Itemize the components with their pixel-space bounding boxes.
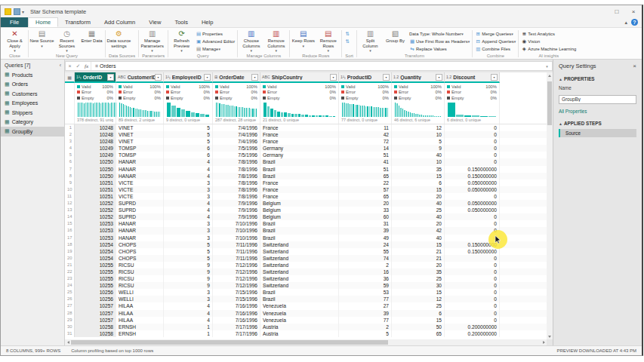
cell-orderdate[interactable]: 7/12/1996 bbox=[213, 268, 260, 275]
group-by-button[interactable]: ▧Group By bbox=[383, 29, 408, 44]
cell-quantity[interactable]: 15 bbox=[392, 241, 445, 248]
cell-productid[interactable]: 22 bbox=[339, 179, 392, 186]
fx-icon[interactable]: fx bbox=[82, 63, 91, 69]
cell-orderdate[interactable]: 7/16/1996 bbox=[213, 317, 260, 324]
row-number[interactable]: 20 bbox=[65, 255, 75, 262]
cell-orderid[interactable]: 10252 bbox=[75, 207, 116, 213]
sidebar-item-groupby[interactable]: ▦GroupBy bbox=[1, 127, 64, 137]
cell-discount[interactable]: 0.050000000 bbox=[445, 179, 500, 186]
row-number[interactable]: 29 bbox=[65, 317, 75, 324]
cell-employeeid[interactable]: 6 bbox=[164, 152, 213, 158]
cell-employeeid[interactable]: 3 bbox=[164, 179, 213, 186]
cell-quantity[interactable]: 15 bbox=[392, 173, 445, 179]
cell-discount[interactable]: 0 bbox=[445, 158, 500, 165]
cell-customerid[interactable]: RICSU bbox=[116, 275, 164, 282]
cell-customerid[interactable]: HANAR bbox=[116, 166, 164, 173]
row-number[interactable]: 31 bbox=[65, 330, 75, 337]
row-number[interactable]: 2 bbox=[65, 131, 75, 138]
cell-orderid[interactable]: 10253 bbox=[75, 235, 116, 241]
column-header-shipcountry[interactable]: ABCShipCountry▾ bbox=[260, 72, 339, 83]
sidebar-item-category[interactable]: ▦Category bbox=[1, 118, 64, 127]
cell-shipcountry[interactable]: Switzerland bbox=[260, 248, 339, 255]
cell-customerid[interactable]: CHOPS bbox=[116, 248, 164, 255]
cell-orderid[interactable]: 10249 bbox=[75, 152, 116, 158]
cell-discount[interactable]: 0 bbox=[445, 275, 500, 282]
cell-orderid[interactable]: 10255 bbox=[75, 262, 116, 268]
cell-orderdate[interactable]: 7/10/1996 bbox=[213, 220, 260, 227]
scroll-up-icon[interactable] bbox=[547, 72, 553, 78]
row-number[interactable]: 5 bbox=[65, 152, 75, 158]
cell-customerid[interactable]: VICTE bbox=[116, 186, 164, 193]
split-column-button[interactable]: ▥Split Column▾ bbox=[358, 29, 383, 53]
cell-orderid[interactable]: 10254 bbox=[75, 241, 116, 248]
cell-orderdate[interactable]: 7/4/1996 bbox=[213, 131, 260, 138]
filter-dropdown-icon[interactable]: ▾ bbox=[107, 74, 114, 81]
cell-productid[interactable]: 11 bbox=[339, 124, 392, 131]
azure-machine-learning-button[interactable]: ◈Azure Machine Learning bbox=[521, 45, 576, 52]
cell-quantity[interactable]: 20 bbox=[392, 220, 445, 227]
cell-orderid[interactable]: 10253 bbox=[75, 220, 116, 227]
formula-expand-icon[interactable]: ▾ bbox=[542, 64, 552, 69]
cell-orderdate[interactable]: 7/8/1996 bbox=[213, 179, 260, 186]
vision-button[interactable]: ◉Vision bbox=[521, 38, 576, 44]
help-icon[interactable]: ? bbox=[631, 19, 638, 26]
close-pane-icon[interactable]: × bbox=[633, 63, 636, 69]
cell-employeeid[interactable]: 5 bbox=[164, 248, 213, 255]
cell-customerid[interactable]: HILAA bbox=[116, 317, 164, 324]
cell-discount[interactable]: 0 bbox=[445, 193, 500, 200]
cell-quantity[interactable]: 12 bbox=[392, 124, 445, 131]
cell-shipcountry[interactable]: France bbox=[260, 186, 339, 193]
cell-shipcountry[interactable]: Brazil bbox=[260, 158, 339, 165]
data-source-settings-button[interactable]: ⚙Data source settings bbox=[106, 29, 131, 48]
cell-orderdate[interactable]: 7/11/1996 bbox=[213, 241, 260, 248]
cell-discount[interactable]: 0 bbox=[445, 124, 500, 131]
value-distribution-histogram[interactable] bbox=[263, 101, 336, 118]
cell-productid[interactable]: 39 bbox=[339, 227, 392, 234]
cell-shipcountry[interactable]: Venezuela bbox=[260, 302, 339, 309]
column-header-employeeid[interactable]: 1²₃EmployeeID▾ bbox=[164, 72, 213, 83]
cell-productid[interactable]: 24 bbox=[339, 241, 392, 248]
cell-customerid[interactable]: HILAA bbox=[116, 310, 164, 317]
cell-employeeid[interactable]: 4 bbox=[164, 207, 213, 213]
cell-customerid[interactable]: WELLI bbox=[116, 289, 164, 296]
tab-help[interactable]: Help bbox=[195, 17, 220, 27]
cell-discount[interactable]: 0.150000000 bbox=[445, 173, 500, 179]
cell-employeeid[interactable]: 4 bbox=[164, 302, 213, 309]
collapse-section-icon[interactable]: ▲ bbox=[559, 77, 562, 81]
cell-customerid[interactable]: HANAR bbox=[116, 173, 164, 179]
cell-productid[interactable]: 33 bbox=[339, 207, 392, 213]
row-number[interactable]: 4 bbox=[65, 145, 75, 152]
cell-quantity[interactable]: 35 bbox=[392, 268, 445, 275]
collapse-pane-icon[interactable]: ‹ bbox=[60, 63, 61, 68]
cell-customerid[interactable]: ERNSH bbox=[116, 324, 164, 330]
cell-employeeid[interactable]: 1 bbox=[164, 324, 213, 330]
sidebar-item-products[interactable]: ▦Products bbox=[1, 70, 64, 80]
cell-shipcountry[interactable]: Brazil bbox=[260, 235, 339, 241]
cell-quantity[interactable]: 30 bbox=[392, 282, 445, 289]
value-distribution-histogram[interactable] bbox=[77, 101, 113, 118]
vertical-scroll-thumb[interactable] bbox=[547, 81, 552, 125]
cell-shipcountry[interactable]: Germany bbox=[260, 145, 339, 152]
column-header-discount[interactable]: 1.2Discount▾ bbox=[445, 72, 500, 83]
manage-parameters-button[interactable]: ▥Manage Parameters▾ bbox=[140, 29, 165, 53]
cell-orderdate[interactable]: 7/8/1996 bbox=[213, 166, 260, 173]
cell-shipcountry[interactable]: Brazil bbox=[260, 227, 339, 234]
cell-productid[interactable]: 65 bbox=[339, 173, 392, 179]
cell-customerid[interactable]: VINET bbox=[116, 124, 164, 131]
row-number[interactable]: 11 bbox=[65, 193, 75, 200]
cell-productid[interactable]: 51 bbox=[339, 152, 392, 158]
cell-employeeid[interactable]: 5 bbox=[164, 241, 213, 248]
cell-customerid[interactable]: WELLI bbox=[116, 296, 164, 302]
close-icon[interactable]: × bbox=[625, 5, 642, 17]
cell-productid[interactable]: 20 bbox=[339, 200, 392, 207]
cell-orderid[interactable]: 10257 bbox=[75, 317, 116, 324]
cell-shipcountry[interactable]: Brazil bbox=[260, 220, 339, 227]
row-number[interactable]: 3 bbox=[65, 138, 75, 145]
cell-discount[interactable]: 0 bbox=[445, 317, 500, 324]
cell-productid[interactable]: 60 bbox=[339, 213, 392, 220]
cell-orderdate[interactable]: 7/4/1996 bbox=[213, 124, 260, 131]
cell-customerid[interactable]: HANAR bbox=[116, 158, 164, 165]
scroll-left-icon[interactable] bbox=[65, 339, 71, 345]
cell-orderdate[interactable]: 7/8/1996 bbox=[213, 158, 260, 165]
cell-shipcountry[interactable]: Switzerland bbox=[260, 275, 339, 282]
